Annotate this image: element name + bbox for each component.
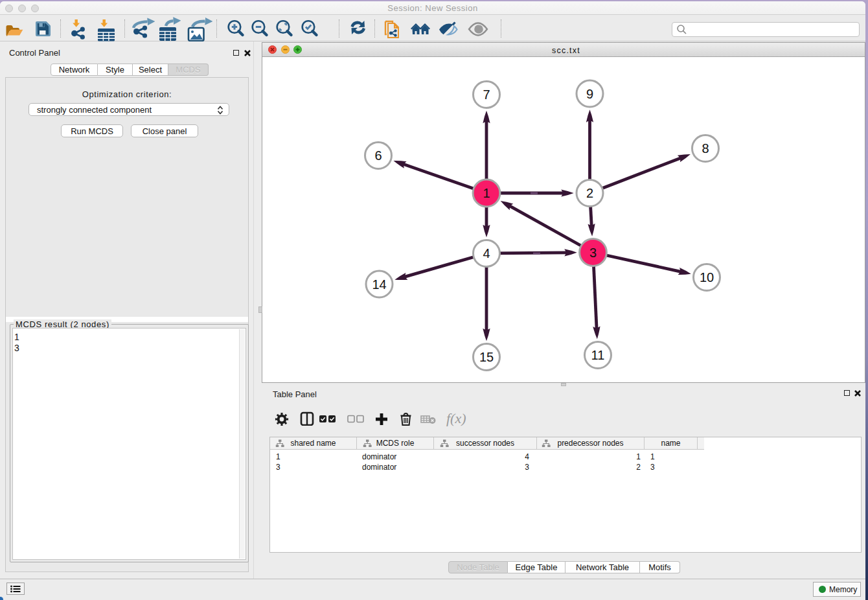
svg-text:6: 6 (374, 148, 382, 163)
svg-text:7: 7 (483, 87, 490, 102)
svg-text:8: 8 (702, 141, 709, 156)
svg-text:9: 9 (586, 87, 593, 101)
svg-text:10: 10 (700, 270, 714, 284)
svg-text:2: 2 (586, 186, 593, 200)
svg-text:15: 15 (479, 350, 494, 364)
svg-text:3: 3 (589, 246, 597, 260)
svg-text:4: 4 (483, 246, 490, 260)
svg-text:14: 14 (372, 277, 386, 292)
svg-text:1: 1 (483, 186, 490, 200)
svg-text:11: 11 (591, 348, 605, 362)
